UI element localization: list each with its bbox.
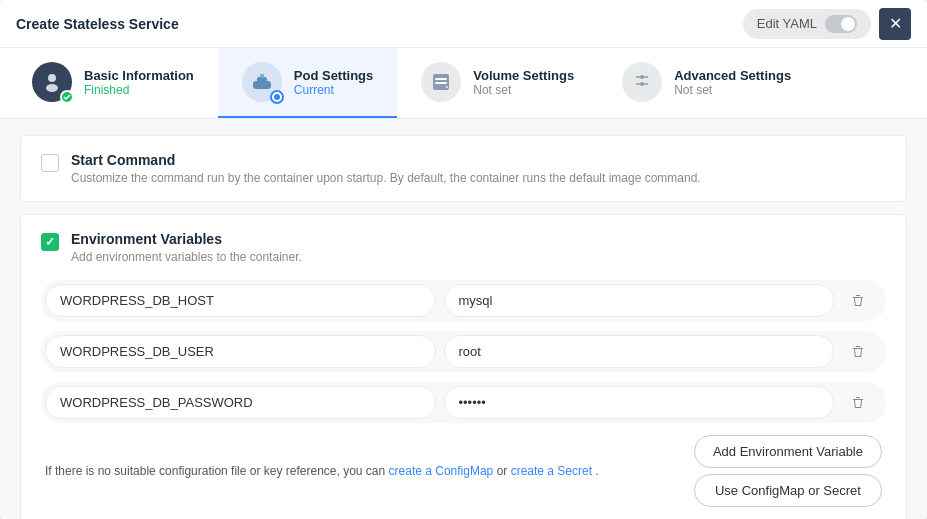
step-status-advanced-settings: Not set [674, 83, 791, 97]
env-rows [41, 280, 886, 423]
svg-point-9 [640, 75, 644, 79]
step-text-advanced-settings: Advanced Settings Not set [674, 68, 791, 97]
step-status-pod-settings: Current [294, 83, 373, 97]
delete-env-2-button[interactable] [842, 387, 874, 419]
env-key-input-2[interactable] [45, 386, 436, 419]
footer-text-before: If there is no suitable configuration fi… [45, 464, 385, 478]
env-value-input-2[interactable] [444, 386, 835, 419]
start-command-checkbox[interactable] [41, 154, 59, 172]
step-icon-pod-settings [242, 62, 282, 102]
start-command-text: Start Command Customize the command run … [71, 152, 701, 185]
use-configmap-button[interactable]: Use ConfigMap or Secret [694, 474, 882, 507]
svg-point-1 [46, 84, 58, 92]
env-variables-desc: Add environment variables to the contain… [71, 250, 302, 264]
env-row [41, 382, 886, 423]
svg-rect-7 [435, 82, 447, 84]
volume-icon [429, 70, 453, 94]
person-icon [40, 70, 64, 94]
step-basic-information[interactable]: Basic Information Finished [8, 48, 218, 118]
create-secret-link[interactable]: create a Secret [511, 464, 592, 478]
footer-text: If there is no suitable configuration fi… [45, 464, 599, 478]
step-pod-settings[interactable]: Pod Settings Current [218, 48, 397, 118]
step-label-advanced-settings: Advanced Settings [674, 68, 791, 83]
footer-or: or [497, 464, 511, 478]
env-key-input-0[interactable] [45, 284, 436, 317]
footer-row: If there is no suitable configuration fi… [41, 435, 886, 507]
finished-badge [60, 90, 74, 104]
close-button[interactable]: ✕ [879, 8, 911, 40]
footer-buttons: Add Environment Variable Use ConfigMap o… [694, 435, 882, 507]
step-label-volume-settings: Volume Settings [473, 68, 574, 83]
steps-nav: Basic Information Finished Pod Settings … [0, 48, 927, 119]
current-badge [270, 90, 284, 104]
step-label-basic-information: Basic Information [84, 68, 194, 83]
step-text-volume-settings: Volume Settings Not set [473, 68, 574, 97]
step-icon-volume-settings [421, 62, 461, 102]
pod-icon [250, 70, 274, 94]
delete-env-0-button[interactable] [842, 285, 874, 317]
step-advanced-settings[interactable]: Advanced Settings Not set [598, 48, 815, 118]
env-variables-header: Environment Variables Add environment va… [41, 231, 886, 264]
env-key-input-1[interactable] [45, 335, 436, 368]
svg-point-8 [446, 86, 448, 88]
modal-title: Create Stateless Service [16, 16, 179, 32]
edit-yaml-label: Edit YAML [757, 16, 817, 31]
modal-body: Start Command Customize the command run … [0, 119, 927, 519]
env-value-input-0[interactable] [444, 284, 835, 317]
trash-icon [850, 344, 866, 360]
start-command-title: Start Command [71, 152, 701, 168]
yaml-toggle-switch[interactable] [825, 15, 857, 33]
delete-env-1-button[interactable] [842, 336, 874, 368]
svg-rect-6 [435, 78, 447, 80]
env-row [41, 280, 886, 321]
trash-icon [850, 395, 866, 411]
start-command-header: Start Command Customize the command run … [41, 152, 886, 185]
env-variables-text: Environment Variables Add environment va… [71, 231, 302, 264]
close-icon: ✕ [889, 14, 902, 33]
step-icon-basic-information [32, 62, 72, 102]
modal-header: Create Stateless Service Edit YAML ✕ [0, 0, 927, 48]
step-icon-advanced-settings [622, 62, 662, 102]
step-status-basic-information: Finished [84, 83, 194, 97]
add-env-variable-button[interactable]: Add Environment Variable [694, 435, 882, 468]
start-command-desc: Customize the command run by the contain… [71, 171, 701, 185]
svg-point-10 [640, 82, 644, 86]
svg-rect-4 [260, 74, 264, 78]
step-volume-settings[interactable]: Volume Settings Not set [397, 48, 598, 118]
svg-point-0 [48, 74, 56, 82]
env-variables-section: Environment Variables Add environment va… [20, 214, 907, 519]
footer-period: . [595, 464, 598, 478]
step-label-pod-settings: Pod Settings [294, 68, 373, 83]
step-status-volume-settings: Not set [473, 83, 574, 97]
edit-yaml-button[interactable]: Edit YAML [743, 9, 871, 39]
settings-icon [630, 70, 654, 94]
header-actions: Edit YAML ✕ [743, 8, 911, 40]
create-configmap-link[interactable]: create a ConfigMap [389, 464, 494, 478]
step-text-basic-information: Basic Information Finished [84, 68, 194, 97]
env-value-input-1[interactable] [444, 335, 835, 368]
env-variables-checkbox[interactable] [41, 233, 59, 251]
trash-icon [850, 293, 866, 309]
env-variables-title: Environment Variables [71, 231, 302, 247]
env-row [41, 331, 886, 372]
svg-rect-2 [253, 81, 271, 89]
step-text-pod-settings: Pod Settings Current [294, 68, 373, 97]
create-stateless-service-modal: Create Stateless Service Edit YAML ✕ [0, 0, 927, 519]
start-command-section: Start Command Customize the command run … [20, 135, 907, 202]
